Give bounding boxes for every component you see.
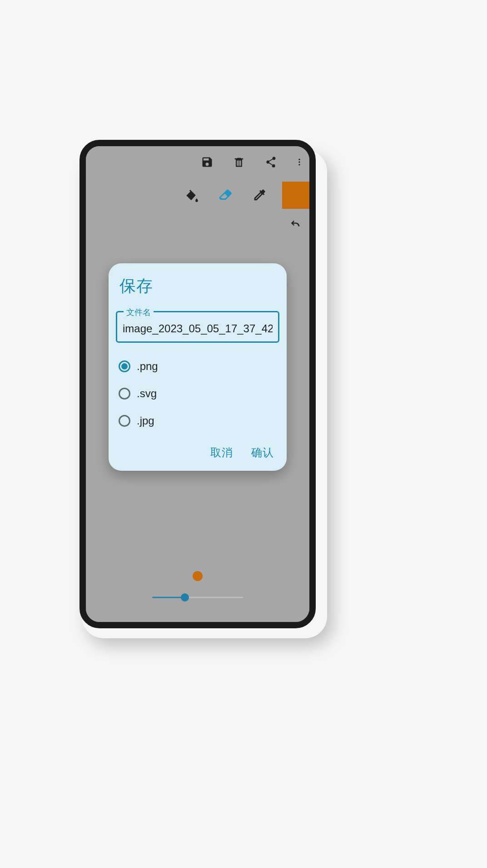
format-option-svg[interactable]: .svg [116,380,279,407]
app-screen: 保存 文件名 .png .svg .jpg [86,146,309,622]
phone-frame: 保存 文件名 .png .svg .jpg [80,140,316,628]
confirm-button[interactable]: 确认 [251,445,274,460]
format-label: .png [137,360,158,373]
radio-icon [119,388,130,399]
dialog-title: 保存 [119,275,279,297]
radio-icon [119,415,130,427]
dialog-scrim[interactable]: 保存 文件名 .png .svg .jpg [86,146,309,622]
format-label: .jpg [137,414,154,427]
filename-field[interactable]: 文件名 [116,311,279,343]
format-option-jpg[interactable]: .jpg [116,407,279,434]
dialog-actions: 取消 确认 [116,445,279,464]
filename-label: 文件名 [124,307,154,318]
filename-input[interactable] [123,322,273,335]
save-dialog: 保存 文件名 .png .svg .jpg [109,263,287,471]
format-option-png[interactable]: .png [116,353,279,380]
cancel-button[interactable]: 取消 [210,445,233,460]
radio-icon [119,360,130,372]
format-label: .svg [137,387,157,400]
